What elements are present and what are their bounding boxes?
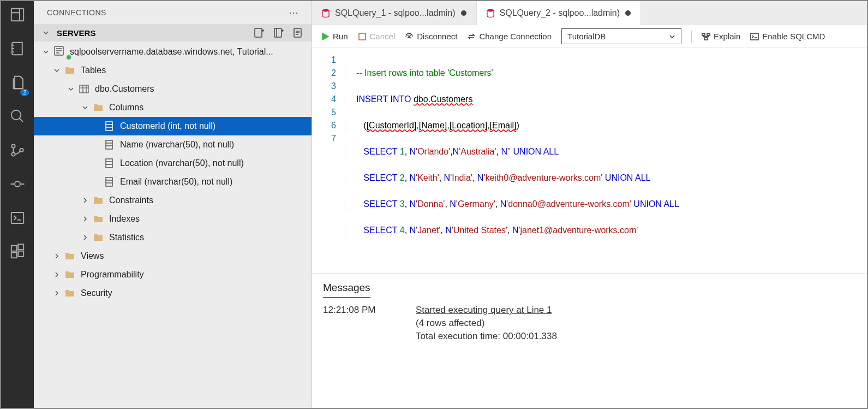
svg-rect-25 — [704, 38, 708, 40]
svg-rect-22 — [359, 33, 366, 40]
svg-rect-16 — [106, 122, 112, 131]
security-label: Security — [81, 288, 112, 298]
explain-button[interactable]: Explain — [702, 32, 740, 41]
tree-columns[interactable]: Columns — [34, 98, 312, 117]
statistics-label: Statistics — [109, 233, 144, 242]
sidebar-title: CONNECTIONS — [47, 8, 106, 17]
message-rows: (4 rows affected) — [416, 318, 484, 329]
code-area[interactable]: -- Insert rows into table 'Customers' IN… — [345, 48, 867, 274]
tree-statistics[interactable]: Statistics — [34, 228, 312, 247]
activity-notebook-icon[interactable] — [9, 40, 26, 59]
sql-editor[interactable]: 1234567 -- Insert rows into table 'Custo… — [312, 48, 867, 274]
database-select[interactable]: TutorialDB — [561, 28, 681, 44]
tables-label: Tables — [81, 66, 106, 75]
main-area: SQLQuery_1 - sqlpoo...ladmin) SQLQuery_2… — [312, 1, 867, 408]
column-label: CustomerId (int, not null) — [120, 121, 215, 131]
activity-terminal-icon[interactable] — [9, 210, 26, 228]
svg-rect-6 — [11, 212, 24, 223]
activity-explorer-icon[interactable]: 2 — [9, 74, 26, 93]
svg-rect-9 — [18, 251, 23, 257]
message-totaltime: Total execution time: 00:00:01.338 — [416, 331, 557, 342]
activity-extensions-icon[interactable] — [9, 244, 26, 262]
tree-constraints[interactable]: Constraints — [34, 191, 312, 210]
tree-column-customerid[interactable]: CustomerId (int, not null) — [34, 117, 312, 135]
messages-panel: Messages 12:21:08 PM Started executing q… — [312, 274, 867, 408]
svg-rect-7 — [11, 246, 17, 251]
tree-server[interactable]: sqlpoolservername.database.windows.net, … — [34, 43, 312, 61]
explorer-badge: 2 — [20, 89, 29, 96]
columns-label: Columns — [109, 103, 143, 112]
svg-rect-19 — [106, 177, 112, 186]
tab-label: SQLQuery_2 - sqlpoo...ladmin) — [500, 8, 620, 18]
message-started[interactable]: Started executing query at Line 1 — [416, 305, 552, 316]
tree-column-name[interactable]: Name (nvarchar(50), not null) — [34, 135, 312, 154]
svg-point-3 — [11, 152, 15, 156]
database-select-value: TutorialDB — [567, 32, 606, 41]
svg-rect-24 — [707, 33, 710, 35]
activity-search-icon[interactable] — [9, 108, 26, 127]
svg-point-2 — [11, 144, 15, 147]
svg-rect-11 — [255, 28, 262, 37]
table-label: dbo.Customers — [95, 84, 154, 94]
svg-point-1 — [11, 110, 21, 120]
activity-git-commit-icon[interactable] — [9, 176, 26, 194]
tree-indexes[interactable]: Indexes — [34, 210, 312, 228]
dirty-indicator-icon — [625, 10, 631, 16]
svg-rect-26 — [751, 33, 758, 40]
activity-source-control-icon[interactable] — [9, 142, 26, 161]
new-group-icon[interactable] — [273, 27, 284, 38]
tab-sqlquery1[interactable]: SQLQuery_1 - sqlpoo...ladmin) — [312, 1, 477, 25]
tab-sqlquery2[interactable]: SQLQuery_2 - sqlpoo...ladmin) — [477, 1, 642, 25]
svg-rect-23 — [702, 33, 705, 35]
tree-column-email[interactable]: Email (nvarchar(50), not null) — [34, 173, 312, 191]
constraints-label: Constraints — [109, 195, 153, 205]
tree-views[interactable]: Views — [34, 247, 312, 265]
line-gutter: 1234567 — [312, 48, 345, 274]
svg-rect-17 — [106, 140, 112, 149]
servers-header[interactable]: SERVERS — [34, 24, 312, 42]
tree-programmability[interactable]: Programmability — [34, 265, 312, 284]
server-label: sqlpoolservername.database.windows.net, … — [70, 47, 273, 57]
tab-label: SQLQuery_1 - sqlpoo...ladmin) — [335, 8, 456, 18]
run-button[interactable]: Run — [321, 32, 348, 41]
svg-rect-15 — [80, 85, 88, 93]
message-timestamp: 12:21:08 PM — [323, 305, 394, 316]
svg-point-20 — [322, 9, 329, 12]
tree-tables[interactable]: Tables — [34, 61, 312, 80]
sidebar-more-icon[interactable]: ⋯ — [289, 7, 299, 19]
column-label: Location (nvarchar(50), not null) — [120, 158, 244, 168]
svg-point-21 — [487, 9, 494, 12]
dirty-indicator-icon — [461, 10, 466, 16]
servers-label: SERVERS — [57, 28, 95, 38]
enable-sqlcmd-button[interactable]: Enable SQLCMD — [750, 32, 825, 41]
disconnect-button[interactable]: Disconnect — [405, 32, 457, 41]
tree-table-customers[interactable]: dbo.Customers — [34, 80, 312, 98]
activity-bar: 2 — [1, 1, 34, 408]
svg-rect-0 — [11, 9, 24, 21]
svg-rect-8 — [11, 252, 17, 258]
views-label: Views — [81, 251, 104, 261]
change-connection-button[interactable]: Change Connection — [467, 32, 552, 41]
tree-column-location[interactable]: Location (nvarchar(50), not null) — [34, 154, 312, 173]
svg-rect-12 — [274, 28, 282, 37]
column-label: Email (nvarchar(50), not null) — [120, 177, 232, 187]
column-label: Name (nvarchar(50), not null) — [120, 140, 234, 150]
server-tree: sqlpoolservername.database.windows.net, … — [34, 42, 312, 408]
cancel-button[interactable]: Cancel — [358, 32, 396, 41]
svg-point-5 — [15, 181, 20, 187]
new-query-icon[interactable] — [293, 27, 304, 38]
activity-connections-icon[interactable] — [9, 7, 26, 25]
svg-rect-10 — [18, 244, 23, 250]
svg-rect-18 — [106, 159, 112, 168]
messages-tab[interactable]: Messages — [323, 282, 370, 298]
connections-sidebar: CONNECTIONS ⋯ SERVERS sqlpoolservername.… — [34, 1, 312, 408]
indexes-label: Indexes — [109, 214, 140, 224]
new-connection-icon[interactable] — [254, 27, 265, 38]
tree-security[interactable]: Security — [34, 284, 312, 303]
programmability-label: Programmability — [81, 270, 144, 280]
query-toolbar: Run Cancel Disconnect Change Connection … — [312, 25, 867, 48]
editor-tabs: SQLQuery_1 - sqlpoo...ladmin) SQLQuery_2… — [312, 1, 867, 25]
chevron-down-icon — [669, 33, 675, 40]
